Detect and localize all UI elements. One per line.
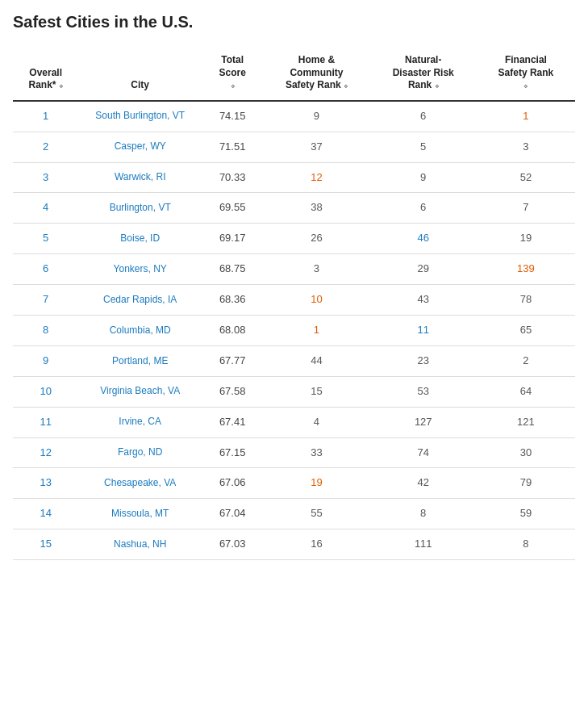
table-row: 2Casper, WY71.513753 [13,132,575,162]
cell-overall-rank: 15 [13,529,78,560]
cell-total-score: 67.06 [202,468,263,499]
cell-home-community: 9 [263,101,369,132]
cell-natural-disaster: 9 [370,162,477,193]
cell-overall-rank: 12 [13,437,78,468]
cell-natural-disaster: 23 [370,345,477,376]
cell-overall-rank: 2 [13,132,78,162]
cell-city[interactable]: Warwick, RI [78,162,202,193]
cell-home-community: 3 [263,254,369,285]
cell-natural-disaster: 11 [370,316,477,346]
table-row: 14Missoula, MT67.0455859 [13,499,575,529]
cell-financial-safety: 59 [477,499,575,529]
cell-financial-safety: 30 [477,437,575,468]
cell-home-community: 16 [263,529,369,560]
cell-overall-rank: 7 [13,285,78,316]
page-title: Safest Cities in the U.S. [13,13,575,31]
table-row: 9Portland, ME67.7744232 [13,345,575,376]
cell-overall-rank: 8 [13,316,78,346]
table-row: 8Columbia, MD68.0811165 [13,316,575,346]
cell-home-community: 19 [263,468,369,499]
cell-home-community: 38 [263,193,369,224]
cell-home-community: 55 [263,499,369,529]
cell-city[interactable]: Columbia, MD [78,316,202,346]
cell-natural-disaster: 111 [370,529,477,560]
cell-city[interactable]: Casper, WY [78,132,202,162]
cell-city[interactable]: Yonkers, NY [78,254,202,285]
cell-overall-rank: 1 [13,101,78,132]
cell-total-score: 67.15 [202,437,263,468]
cell-home-community: 15 [263,376,369,407]
cell-home-community: 37 [263,132,369,162]
cell-city[interactable]: Cedar Rapids, IA [78,285,202,316]
cell-home-community: 12 [263,162,369,193]
cell-natural-disaster: 42 [370,468,477,499]
header-financial-safety[interactable]: FinancialSafety Rank⬦ [477,48,575,101]
cell-home-community: 1 [263,316,369,346]
header-natural-disaster[interactable]: Natural-Disaster RiskRank ⬦ [370,48,477,101]
cell-overall-rank: 3 [13,162,78,193]
cell-natural-disaster: 29 [370,254,477,285]
cell-city[interactable]: Fargo, ND [78,437,202,468]
cell-city[interactable]: Missoula, MT [78,499,202,529]
cell-overall-rank: 13 [13,468,78,499]
cell-overall-rank: 11 [13,407,78,437]
cell-total-score: 71.51 [202,132,263,162]
table-row: 1South Burlington, VT74.15961 [13,101,575,132]
cell-total-score: 67.77 [202,345,263,376]
cell-total-score: 67.03 [202,529,263,560]
cell-total-score: 70.33 [202,162,263,193]
cell-overall-rank: 14 [13,499,78,529]
cell-financial-safety: 52 [477,162,575,193]
cell-home-community: 33 [263,437,369,468]
table-row: 10Virginia Beach, VA67.58155364 [13,376,575,407]
cell-natural-disaster: 43 [370,285,477,316]
cell-total-score: 74.15 [202,101,263,132]
table-row: 5Boise, ID69.17264619 [13,224,575,254]
cell-financial-safety: 1 [477,101,575,132]
header-city: City [78,48,202,101]
table-row: 11Irvine, CA67.414127121 [13,407,575,437]
cell-home-community: 10 [263,285,369,316]
cell-financial-safety: 65 [477,316,575,346]
header-total-score[interactable]: TotalScore⬦ [202,48,263,101]
table-row: 7Cedar Rapids, IA68.36104378 [13,285,575,316]
table-row: 12Fargo, ND67.15337430 [13,437,575,468]
cell-city[interactable]: Virginia Beach, VA [78,376,202,407]
cell-city[interactable]: Nashua, NH [78,529,202,560]
cell-total-score: 68.75 [202,254,263,285]
cell-total-score: 68.08 [202,316,263,346]
cell-total-score: 67.41 [202,407,263,437]
cell-financial-safety: 139 [477,254,575,285]
cell-city[interactable]: Burlington, VT [78,193,202,224]
cell-city[interactable]: Chesapeake, VA [78,468,202,499]
header-overall-rank[interactable]: OverallRank* ⬦ [13,48,78,101]
cell-total-score: 69.17 [202,224,263,254]
cell-financial-safety: 7 [477,193,575,224]
cell-natural-disaster: 6 [370,101,477,132]
cell-financial-safety: 78 [477,285,575,316]
table-row: 6Yonkers, NY68.75329139 [13,254,575,285]
cell-city[interactable]: South Burlington, VT [78,101,202,132]
cell-financial-safety: 2 [477,345,575,376]
cell-natural-disaster: 74 [370,437,477,468]
cell-overall-rank: 6 [13,254,78,285]
cell-overall-rank: 5 [13,224,78,254]
safest-cities-table: OverallRank* ⬦ City TotalScore⬦ Home &Co… [13,48,575,560]
cell-natural-disaster: 6 [370,193,477,224]
table-row: 4Burlington, VT69.553867 [13,193,575,224]
table-row: 13Chesapeake, VA67.06194279 [13,468,575,499]
cell-home-community: 44 [263,345,369,376]
cell-financial-safety: 3 [477,132,575,162]
cell-financial-safety: 8 [477,529,575,560]
cell-total-score: 68.36 [202,285,263,316]
header-home-community[interactable]: Home &CommunitySafety Rank ⬦ [263,48,369,101]
cell-natural-disaster: 53 [370,376,477,407]
cell-natural-disaster: 46 [370,224,477,254]
cell-city[interactable]: Portland, ME [78,345,202,376]
cell-overall-rank: 10 [13,376,78,407]
cell-home-community: 4 [263,407,369,437]
cell-city[interactable]: Irvine, CA [78,407,202,437]
table-row: 15Nashua, NH67.03161118 [13,529,575,560]
cell-natural-disaster: 5 [370,132,477,162]
cell-city[interactable]: Boise, ID [78,224,202,254]
